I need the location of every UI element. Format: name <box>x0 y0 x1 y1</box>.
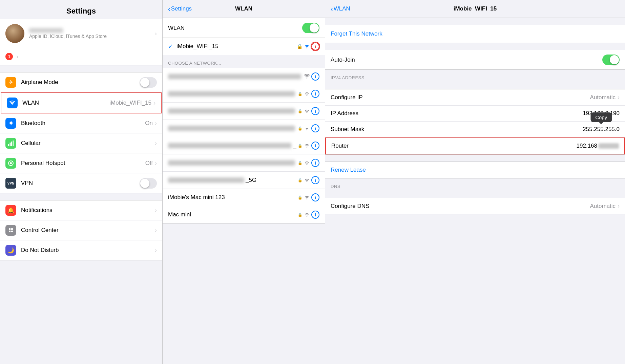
network-9-name: Mac mini <box>168 211 295 218</box>
network-9-icons: 🔒 i <box>298 211 319 219</box>
network-name-blurred <box>168 143 291 148</box>
notification-row[interactable]: 1 › <box>0 48 162 65</box>
list-item[interactable]: i <box>163 68 325 85</box>
connected-network-row[interactable]: ✓ iMobie_WIFI_15 🔒 i <box>163 38 325 55</box>
notifications-label: Notifications <box>21 207 155 214</box>
connected-network-icons: 🔒 i <box>297 42 319 50</box>
wlan-nav-header: ‹ Settings WLAN <box>163 0 325 18</box>
auto-join-toggle[interactable] <box>602 55 620 65</box>
network-6-info-button[interactable]: i <box>311 159 319 167</box>
settings-item-dnd[interactable]: 🌙 Do Not Disturb › <box>0 240 162 260</box>
network-8-icons: 🔒 i <box>298 193 319 201</box>
network-5-info-button[interactable]: i <box>311 142 319 150</box>
list-item[interactable]: _ 🔒 i <box>163 137 325 154</box>
configure-dns-value: Automatic <box>590 203 616 210</box>
bluetooth-value: On <box>145 120 153 127</box>
network-2-info-button[interactable]: i <box>311 90 319 98</box>
svg-rect-0 <box>8 144 9 146</box>
list-item[interactable]: _5G 🔒 i <box>163 172 325 189</box>
wlan-chevron-icon: › <box>153 100 155 107</box>
renew-lease-button[interactable]: Renew Lease <box>325 162 625 178</box>
settings-item-bluetooth[interactable]: ✦ Bluetooth On › <box>0 113 162 133</box>
vpn-toggle[interactable] <box>140 178 157 189</box>
vpn-icon: VPN <box>5 178 16 189</box>
configure-ip-value: Automatic <box>590 94 616 101</box>
notification-chevron-icon: › <box>16 53 18 60</box>
profile-row[interactable]: Apple ID, iCloud, iTunes & App Store › <box>0 19 162 48</box>
lock-icon: 🔒 <box>298 109 303 113</box>
wlan-toggle-knob <box>310 23 319 33</box>
list-item[interactable]: Mac mini 🔒 i <box>163 206 325 223</box>
router-row: Router 192.168 <box>325 137 625 154</box>
wlan-label: WLAN <box>22 100 109 106</box>
ip-address-label: IP Address <box>331 110 583 117</box>
airplane-toggle[interactable] <box>140 77 157 88</box>
network-8-info-button[interactable]: i <box>311 193 319 201</box>
connected-network-name: iMobie_WIFI_15 <box>176 43 297 50</box>
configure-dns-row[interactable]: Configure DNS Automatic › <box>325 198 625 214</box>
choose-network-header: CHOOSE A NETWORK... <box>163 55 325 68</box>
svg-rect-6 <box>11 228 13 230</box>
settings-item-airplane[interactable]: ✈ Airplane Mode <box>0 72 162 92</box>
detail-title: iMobie_WIFI_15 <box>454 5 497 12</box>
dnd-icon: 🌙 <box>5 245 16 256</box>
notification-badge: 1 <box>5 53 13 60</box>
settings-item-notifications[interactable]: 🔔 Notifications › <box>0 200 162 220</box>
wifi-icon-5 <box>304 143 310 149</box>
hotspot-value: Off <box>145 160 153 167</box>
svg-point-4 <box>10 162 12 164</box>
settings-item-control[interactable]: Control Center › <box>0 220 162 240</box>
profile-text: Apple ID, iCloud, iTunes & App Store <box>29 28 155 39</box>
list-item[interactable]: 🔒 i <box>163 154 325 172</box>
list-item[interactable]: 🔒 i <box>163 85 325 103</box>
wifi-signal-icon <box>304 44 310 49</box>
list-item[interactable]: iMobie's Mac mini 123 🔒 i <box>163 189 325 206</box>
network-7-suffix: _5G <box>246 177 256 184</box>
network-3-icons: 🔒 i <box>298 107 319 115</box>
profile-name <box>29 28 63 33</box>
network-3-info-button[interactable]: i <box>311 107 319 115</box>
wlan-value: iMobie_WIFI_15 <box>109 100 151 106</box>
cellular-label: Cellular <box>21 140 155 147</box>
network-7-icons: 🔒 i <box>298 176 319 184</box>
svg-rect-7 <box>9 231 11 232</box>
network-1-info-button[interactable]: i <box>311 72 319 81</box>
airplane-icon: ✈ <box>5 77 16 88</box>
configure-ip-row[interactable]: Configure IP Automatic › <box>325 89 625 106</box>
copy-tooltip-text: Copy <box>595 114 607 120</box>
settings-item-cellular[interactable]: Cellular › <box>0 133 162 153</box>
settings-item-vpn[interactable]: VPN VPN <box>0 173 162 193</box>
configure-dns-label: Configure DNS <box>331 203 590 210</box>
wifi-icon-9 <box>304 212 310 218</box>
network-8-name: iMobie's Mac mini 123 <box>168 194 295 201</box>
network-9-info-button[interactable]: i <box>311 211 319 219</box>
dnd-chevron-icon: › <box>155 247 157 254</box>
network-4-info-button[interactable]: i <box>311 124 319 132</box>
wlan-back-button[interactable]: ‹ Settings <box>168 5 192 13</box>
dns-section-header: DNS <box>325 178 625 191</box>
back-chevron-icon: ‹ <box>331 5 333 13</box>
configure-dns-chevron-icon: › <box>618 202 620 210</box>
bluetooth-chevron-icon: › <box>155 120 157 127</box>
settings-item-hotspot[interactable]: Personal Hotspot Off › <box>0 153 162 173</box>
detail-back-button[interactable]: ‹ WLAN <box>331 5 350 13</box>
network-4-icons: 🔒 i <box>298 124 319 132</box>
network-7-info-button[interactable]: i <box>311 176 319 184</box>
lock-icon: 🔒 <box>298 144 303 148</box>
list-item[interactable]: 🔒 i <box>163 120 325 137</box>
network-6-icons: 🔒 i <box>298 159 319 167</box>
forget-network-section: Forget This Network <box>325 25 625 43</box>
settings-item-wlan[interactable]: WLAN iMobie_WIFI_15 › <box>1 92 162 113</box>
auto-join-row: Auto-Join <box>325 50 625 70</box>
wlan-toggle[interactable] <box>302 23 319 33</box>
connected-info-button[interactable]: i <box>311 42 319 50</box>
list-item[interactable]: 🔒 i <box>163 103 325 120</box>
hotspot-label: Personal Hotspot <box>21 160 145 167</box>
router-value-group: 192.168 <box>577 143 619 149</box>
settings-group-1: ✈ Airplane Mode WLAN iMobie_WIFI_15 › ✦ … <box>0 72 162 193</box>
forget-network-button[interactable]: Forget This Network <box>325 25 625 43</box>
wifi-icon-8 <box>304 195 310 200</box>
control-label: Control Center <box>21 227 155 234</box>
configure-ip-chevron-icon: › <box>618 94 620 101</box>
hotspot-chevron-icon: › <box>155 160 157 167</box>
